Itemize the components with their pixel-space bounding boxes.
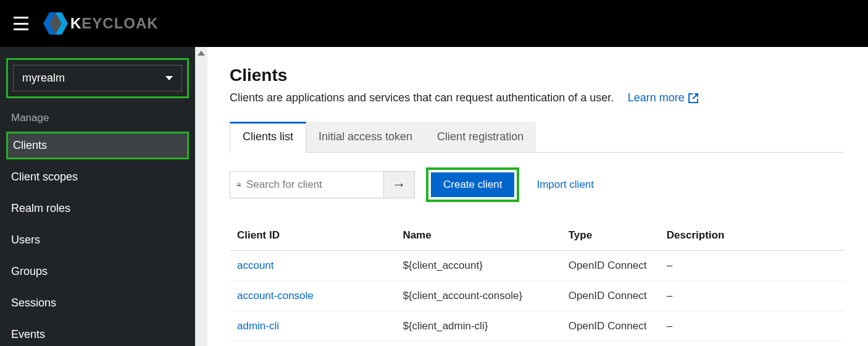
sidebar-item-sessions[interactable]: Sessions xyxy=(0,289,195,317)
tab-initial-access-token[interactable]: Initial access token xyxy=(306,122,425,152)
tab-client-registration[interactable]: Client registration xyxy=(425,122,536,152)
client-type-cell: OpenID Connect xyxy=(561,281,659,311)
sidebar-item-clients[interactable]: Clients xyxy=(6,132,189,159)
sidebar-scrollbar[interactable] xyxy=(195,47,207,346)
tab-label: Initial access token xyxy=(319,130,412,143)
search-group: → xyxy=(230,171,415,198)
search-icon xyxy=(236,179,241,190)
column-header-description[interactable]: Description xyxy=(659,221,843,251)
button-label: Create client xyxy=(443,179,502,190)
import-client-link[interactable]: Import client xyxy=(536,179,594,191)
sidebar-item-groups[interactable]: Groups xyxy=(0,258,195,285)
toolbar: → Create client Import client xyxy=(230,167,843,202)
search-input[interactable] xyxy=(246,179,377,191)
client-desc-cell: – xyxy=(659,311,843,342)
realm-selector[interactable]: myrealm xyxy=(13,65,182,91)
scroll-up-icon xyxy=(198,51,205,56)
sidebar-item-label: Users xyxy=(11,234,40,246)
menu-toggle-icon[interactable] xyxy=(14,17,28,30)
keycloak-logo-icon xyxy=(43,12,68,35)
table-row: account ${client_account} OpenID Connect… xyxy=(230,251,843,281)
brand-text: KEYCLOAK xyxy=(70,15,159,32)
create-client-button[interactable]: Create client xyxy=(431,172,514,197)
learn-more-link[interactable]: Learn more xyxy=(628,91,698,104)
app-header: KEYCLOAK xyxy=(0,0,868,47)
client-id-link[interactable]: admin-cli xyxy=(237,320,279,332)
column-header-type[interactable]: Type xyxy=(561,221,659,251)
sidebar-section-label: Manage xyxy=(0,112,195,132)
page-description: Clients are applications and services th… xyxy=(230,91,614,104)
create-client-highlight: Create client xyxy=(426,167,519,202)
sidebar-item-label: Groups xyxy=(11,265,48,277)
sidebar-item-realm-roles[interactable]: Realm roles xyxy=(0,195,195,222)
clients-table: Client ID Name Type Description account … xyxy=(230,221,843,342)
client-name-cell: ${client_account} xyxy=(395,251,561,281)
brand-logo[interactable]: KEYCLOAK xyxy=(43,12,159,35)
tabs: Clients list Initial access token Client… xyxy=(230,122,843,153)
client-id-link[interactable]: account-console xyxy=(237,290,314,302)
client-id-link[interactable]: account xyxy=(237,260,274,271)
sidebar-item-label: Realm roles xyxy=(11,202,70,214)
sidebar-item-client-scopes[interactable]: Client scopes xyxy=(0,163,195,191)
column-header-client-id[interactable]: Client ID xyxy=(230,221,395,251)
table-row: account-console ${client_account-console… xyxy=(230,281,843,311)
sidebar-item-events[interactable]: Events xyxy=(0,321,195,346)
sidebar-item-label: Events xyxy=(11,328,45,340)
search-submit-button[interactable]: → xyxy=(383,172,414,198)
main-content: Clients Clients are applications and ser… xyxy=(207,47,868,346)
client-name-cell: ${client_account-console} xyxy=(395,281,561,311)
client-name-cell: ${client_admin-cli} xyxy=(395,311,561,342)
chevron-down-icon xyxy=(165,76,173,80)
column-header-name[interactable]: Name xyxy=(395,221,561,251)
client-desc-cell: – xyxy=(659,251,843,281)
arrow-right-icon: → xyxy=(393,177,406,193)
realm-selector-highlight: myrealm xyxy=(6,58,189,98)
tab-label: Clients list xyxy=(243,130,293,143)
learn-more-label: Learn more xyxy=(628,91,685,104)
link-label: Import client xyxy=(536,179,594,190)
sidebar-item-label: Client scopes xyxy=(11,171,78,183)
tab-clients-list[interactable]: Clients list xyxy=(230,122,306,153)
page-title: Clients xyxy=(230,65,843,85)
external-link-icon xyxy=(688,93,698,103)
client-type-cell: OpenID Connect xyxy=(561,311,659,342)
client-type-cell: OpenID Connect xyxy=(561,251,659,281)
tab-label: Client registration xyxy=(437,130,524,143)
sidebar: myrealm Manage Clients Client scopes Rea… xyxy=(0,47,195,346)
sidebar-item-label: Sessions xyxy=(11,297,56,309)
table-row: admin-cli ${client_admin-cli} OpenID Con… xyxy=(230,311,843,342)
sidebar-item-users[interactable]: Users xyxy=(0,226,195,254)
client-desc-cell: – xyxy=(659,281,843,311)
realm-selected-label: myrealm xyxy=(22,72,65,85)
sidebar-item-label: Clients xyxy=(13,139,47,151)
